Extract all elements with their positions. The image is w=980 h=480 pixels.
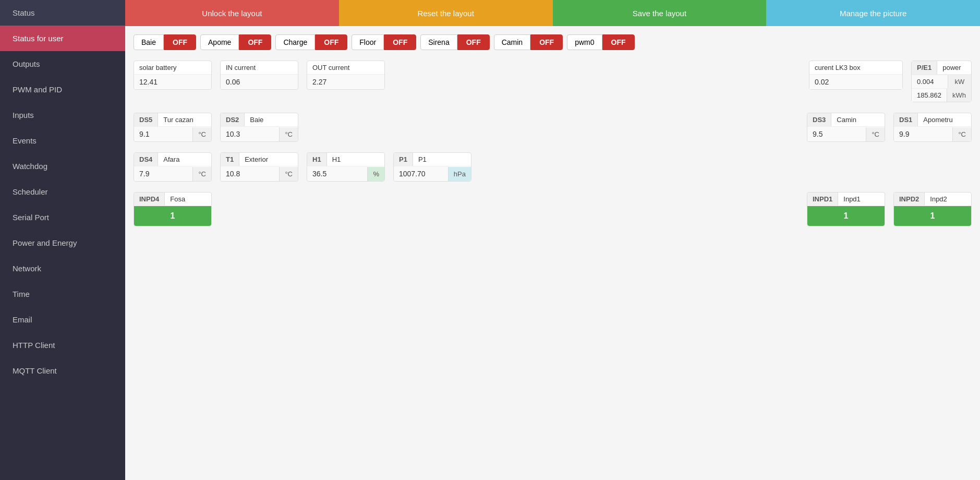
inpd-value-inpd2[interactable]: 1: [894, 206, 971, 226]
solar-battery-widget: solar battery 12.41: [134, 61, 212, 90]
sensor-unit-h1: %: [367, 167, 384, 181]
inpd-row: INPD4Fosa1INPD1Inpd11INPD2Inpd21: [134, 192, 972, 226]
in-current-label: IN current: [221, 61, 298, 75]
sensor-value-h1: 36.5: [307, 166, 367, 181]
inpd-widget-inpd4: INPD4Fosa1: [134, 192, 212, 226]
sensor-value-t1: 10.8: [221, 166, 279, 181]
sensor-id-ds3: DS3: [807, 113, 831, 126]
sensor-unit-t1: °C: [279, 167, 298, 181]
sidebar-item-power-energy[interactable]: Power and Energy: [0, 230, 125, 256]
sensor-name-t1: Exterior: [239, 153, 273, 166]
out-current-widget: OUT current 2.27: [307, 61, 385, 90]
output-btn-apome[interactable]: OFF: [239, 34, 271, 50]
inpd-value-inpd4[interactable]: 1: [134, 206, 211, 226]
sensor-value-p1: 1007.70: [394, 166, 448, 181]
output-group-floor: FloorOFF: [352, 34, 416, 50]
pe1-id: P/E1: [912, 61, 937, 74]
sidebar-item-events[interactable]: Events: [0, 128, 125, 153]
output-btn-sirena[interactable]: OFF: [457, 34, 490, 50]
inpd-value-inpd1[interactable]: 1: [807, 206, 885, 226]
manage-button[interactable]: Manage the picture: [766, 0, 980, 26]
output-group-sirena: SirenaOFF: [420, 34, 489, 50]
curent-lk3-widget: curent LK3 box 0.02: [809, 61, 903, 90]
sensor-name-h1: H1: [327, 153, 346, 166]
curent-lk3-label: curent LK3 box: [809, 61, 902, 75]
content-area: BaieOFFApomeOFFChargeOFFFloorOFFSirenaOF…: [125, 26, 980, 480]
output-group-apome: ApomeOFF: [200, 34, 271, 50]
sensor-id-ds4: DS4: [134, 153, 158, 166]
humidity-widget-h1: H1H136.5%: [307, 152, 385, 182]
out-current-label: OUT current: [307, 61, 384, 75]
output-btn-pwm0[interactable]: OFF: [602, 34, 635, 50]
sidebar-item-pwm-pid[interactable]: PWM and PID: [0, 77, 125, 102]
sidebar-item-scheduler[interactable]: Scheduler: [0, 179, 125, 205]
sidebar-item-serial-port[interactable]: Serial Port: [0, 205, 125, 230]
pe1-kw-unit: kW: [948, 75, 971, 88]
pe1-name: power: [937, 61, 966, 74]
output-label-camin: Camin: [494, 34, 530, 50]
output-group-charge: ChargeOFF: [275, 34, 347, 50]
sensor-name-ds4: Afara: [158, 153, 185, 166]
sensor-value-ds3: 9.5: [807, 127, 866, 141]
output-label-charge: Charge: [275, 34, 315, 50]
reset-button[interactable]: Reset the layout: [339, 0, 553, 26]
sidebar-item-time[interactable]: Time: [0, 281, 125, 307]
unlock-button[interactable]: Unlock the layout: [125, 0, 339, 26]
sidebar-item-mqtt-client[interactable]: MQTT Client: [0, 358, 125, 383]
temp-widget-ds5: DS5Tur cazan9.1°C: [134, 113, 212, 142]
output-btn-floor[interactable]: OFF: [384, 34, 416, 50]
sensor-id-ds1: DS1: [894, 113, 918, 126]
sensor-id-p1: P1: [394, 153, 413, 166]
sensor-unit-ds4: °C: [192, 167, 211, 181]
output-btn-baie[interactable]: OFF: [164, 34, 196, 50]
inpd-id-inpd4: INPD4: [134, 193, 165, 206]
output-label-floor: Floor: [352, 34, 384, 50]
sidebar-item-outputs[interactable]: Outputs: [0, 51, 125, 77]
sensor-name-ds1: Apometru: [918, 113, 958, 126]
sensor-name-ds2: Baie: [245, 113, 269, 126]
temp-row-2: DS4Afara7.9°CT1Exterior10.8°CH1H136.5%P1…: [134, 152, 972, 182]
sensor-name-ds5: Tur cazan: [158, 113, 198, 126]
output-label-apome: Apome: [200, 34, 239, 50]
sensor-id-ds5: DS5: [134, 113, 158, 126]
solar-battery-label: solar battery: [134, 61, 211, 75]
sensor-unit-p1: hPa: [448, 167, 471, 181]
sidebar-item-network[interactable]: Network: [0, 256, 125, 281]
sidebar-item-http-client[interactable]: HTTP Client: [0, 332, 125, 358]
measurements-row-1: solar battery 12.41 IN current 0.06 OUT …: [134, 61, 972, 102]
sensor-id-h1: H1: [307, 153, 327, 166]
sidebar: StatusStatus for userOutputsPWM and PIDI…: [0, 0, 125, 480]
inpd-id-inpd1: INPD1: [807, 193, 838, 206]
output-group-baie: BaieOFF: [134, 34, 196, 50]
temp-widget-ds3: DS3Camin9.5°C: [807, 113, 885, 142]
solar-battery-value: 12.41: [134, 75, 211, 89]
pe1-widget: P/E1 power 0.004 kW 185.862 kWh: [911, 61, 972, 102]
pe1-kwh-unit: kWh: [947, 89, 971, 102]
pe1-kwh-value: 185.862: [912, 89, 947, 102]
sensor-name-ds3: Camin: [831, 113, 862, 126]
sidebar-item-status[interactable]: Status: [0, 0, 125, 26]
output-btn-camin[interactable]: OFF: [530, 34, 563, 50]
inpd-name-inpd1: Inpd1: [838, 193, 866, 206]
temp-widget-ds2: DS2Baie10.3°C: [220, 113, 298, 142]
sensor-unit-ds2: °C: [279, 127, 298, 141]
output-group-pwm0: pwm0OFF: [567, 34, 634, 50]
sidebar-item-status-for-user[interactable]: Status for user: [0, 26, 125, 51]
sidebar-item-email[interactable]: Email: [0, 307, 125, 332]
output-btn-charge[interactable]: OFF: [315, 34, 347, 50]
pressure-widget-p1: P1P11007.70hPa: [393, 152, 471, 182]
inpd-widget-inpd2: INPD2Inpd21: [893, 192, 972, 226]
sensor-value-ds2: 10.3: [221, 127, 279, 141]
temp-widget-t1: T1Exterior10.8°C: [220, 152, 298, 182]
temp-widget-ds1: DS1Apometru9.9°C: [893, 113, 972, 142]
outputs-row: BaieOFFApomeOFFChargeOFFFloorOFFSirenaOF…: [134, 34, 972, 50]
temp-widget-ds4: DS4Afara7.9°C: [134, 152, 212, 182]
inpd-widget-inpd1: INPD1Inpd11: [807, 192, 885, 226]
sensor-unit-ds3: °C: [866, 127, 885, 141]
save-button[interactable]: Save the layout: [553, 0, 767, 26]
out-current-value: 2.27: [307, 75, 384, 89]
sidebar-item-watchdog[interactable]: Watchdog: [0, 153, 125, 179]
output-label-pwm0: pwm0: [567, 34, 602, 50]
inpd-name-inpd4: Fosa: [165, 193, 190, 206]
sidebar-item-inputs[interactable]: Inputs: [0, 102, 125, 128]
